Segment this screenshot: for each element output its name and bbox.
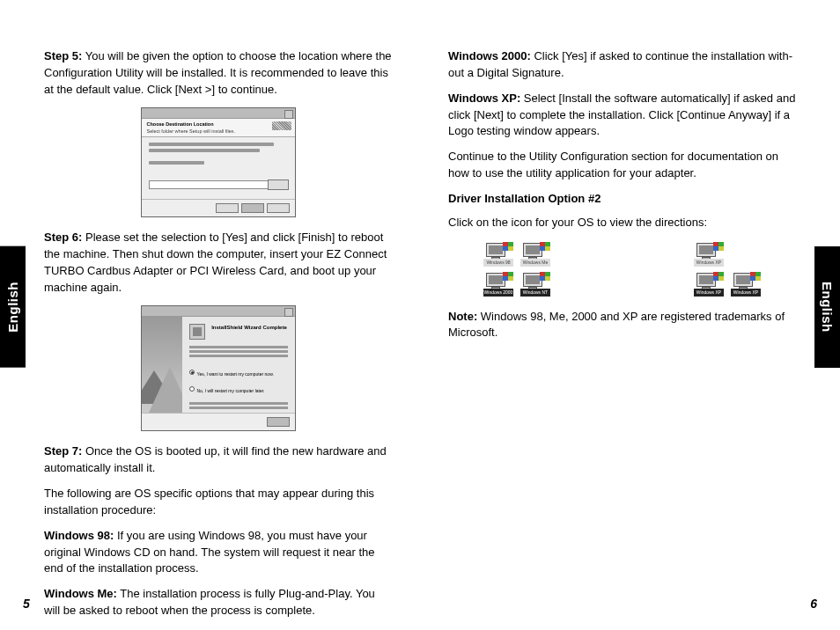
page-right: Windows 2000: Click [Yes] if asked to co…: [420, 0, 840, 630]
step6-label: Step 6:: [44, 231, 82, 244]
back-button-icon: [216, 203, 239, 213]
driver-instruction: Click on the icon for your OS to view th…: [448, 215, 796, 231]
os-icon-row: Windows 98 Windows Me Windows 2000 Windo…: [483, 242, 761, 297]
page-left: Step 5: You will be given the option to …: [0, 0, 420, 630]
winme-paragraph: Windows Me: The installation process is …: [44, 586, 392, 619]
step5-label: Step 5:: [44, 49, 82, 62]
screenshot-header: Choose Destination Location Select folde…: [142, 119, 295, 138]
screenshot-titlebar: [142, 108, 295, 119]
screenshot-titlebar: [142, 306, 295, 317]
step7-label: Step 7:: [44, 444, 82, 458]
step5-text: You will be given the option to choose t…: [44, 49, 392, 96]
finish-button-icon: [267, 417, 290, 427]
note-text: Windows 98, Me, 2000 and XP are register…: [448, 310, 785, 340]
wizard-art: [142, 317, 182, 414]
cancel-button-icon: [267, 203, 290, 213]
radio-no-icon: [189, 386, 195, 392]
os-icon-win2000[interactable]: Windows 2000: [483, 272, 513, 297]
os-icon-winnt[interactable]: Windows NT: [520, 272, 550, 297]
next-button-icon: [241, 203, 264, 213]
os-icon-win98[interactable]: Windows 98: [483, 242, 513, 267]
screenshot-footer: [142, 199, 295, 216]
screenshot-footer: [142, 413, 295, 430]
os-icon-cluster-left: Windows 98 Windows Me Windows 2000 Windo…: [483, 242, 550, 297]
winme-label: Windows Me:: [44, 587, 117, 600]
wizard-content: InstallShield Wizard Complete Yes, I wan…: [182, 317, 295, 414]
screenshot-wizard-complete: InstallShield Wizard Complete Yes, I wan…: [141, 305, 296, 432]
radio-yes-icon: [189, 370, 195, 375]
page-spread: Step 5: You will be given the option to …: [0, 0, 840, 630]
step7-paragraph: Step 7: Once the OS is booted up, it wil…: [44, 443, 392, 477]
os-icon-winxp-a[interactable]: Windows XP: [694, 242, 724, 267]
os-icon-winme[interactable]: Windows Me: [520, 242, 550, 267]
win98-label: Windows 98:: [44, 529, 114, 542]
win98-paragraph: Windows 98: If you are using Windows 98,…: [44, 528, 392, 578]
os-icon-winxp-b[interactable]: Windows XP: [694, 272, 724, 297]
win2000-label: Windows 2000:: [448, 49, 531, 62]
screenshot-body: [142, 137, 295, 199]
os-icon-winxp-c[interactable]: Windows XP: [731, 272, 761, 297]
step6-paragraph: Step 6: Please set the selection to [Yes…: [44, 230, 392, 296]
step7-text: Once the OS is booted up, it will find t…: [44, 444, 387, 474]
winxp-paragraph: Windows XP: Select [Install the software…: [448, 91, 796, 141]
step5-paragraph: Step 5: You will be given the option to …: [44, 48, 392, 99]
note-paragraph: Note: Windows 98, Me, 2000 and XP are re…: [448, 309, 796, 342]
screenshot-destination-location: Choose Destination Location Select folde…: [141, 107, 296, 218]
step6-text: Please set the selection to [Yes] and cl…: [44, 231, 387, 294]
note-label: Note:: [448, 310, 477, 323]
continue-text: Continue to the Utility Configuration se…: [448, 149, 796, 182]
driver-heading: Driver Installation Option #2: [448, 191, 796, 208]
os-intro: The following are OS specific options th…: [44, 486, 392, 519]
setup-icon: [189, 324, 205, 340]
winxp-label: Windows XP:: [448, 92, 520, 105]
win2000-paragraph: Windows 2000: Click [Yes] if asked to co…: [448, 48, 796, 82]
os-icon-cluster-right: Windows XP Windows XP Windows XP: [694, 242, 761, 297]
